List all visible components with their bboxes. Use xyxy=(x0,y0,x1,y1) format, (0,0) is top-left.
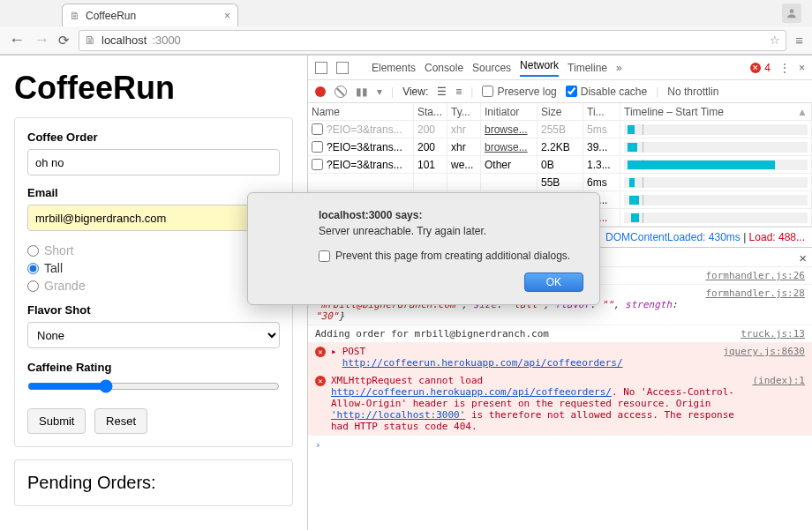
size-tall-radio[interactable]: Tall xyxy=(27,259,280,277)
console-prompt[interactable]: › xyxy=(308,436,812,454)
source-link[interactable]: (index):1 xyxy=(752,375,805,432)
network-row[interactable]: ?EIO=3&trans...200xhrbrowse...255B5ms xyxy=(308,121,812,138)
pending-orders-title: Pending Orders: xyxy=(27,473,280,493)
row-checkbox[interactable] xyxy=(312,123,323,135)
tab-elements[interactable]: Elements xyxy=(372,62,416,74)
page-title: CoffeeRun xyxy=(14,70,293,107)
console-error-line: ✕▸POSThttp://coffeerun.herokuapp.com/api… xyxy=(308,343,812,372)
load-time: Load: 488... xyxy=(749,231,805,243)
network-table-header: Name Sta... Ty... Initiator Size Ti... T… xyxy=(308,103,812,121)
size-short-radio[interactable]: Short xyxy=(27,242,280,259)
console-log-line: Adding order for mrbill@bignerdranch.com… xyxy=(308,325,812,343)
svg-point-0 xyxy=(790,9,794,13)
network-toolbar: ▮▮ ▾ | View: ☰ ≡ | Preserve log Disable … xyxy=(308,80,812,103)
tab-network[interactable]: Network xyxy=(520,59,559,77)
browser-tab[interactable]: 🗎 CoffeeRun × xyxy=(62,4,238,26)
alert-ok-button[interactable]: OK xyxy=(524,272,583,292)
address-bar: ← → ⟳ 🗎 localhost:3000 ☆ ≡ xyxy=(0,26,812,55)
omnibox[interactable]: 🗎 localhost:3000 ☆ xyxy=(79,30,786,51)
row-checkbox[interactable] xyxy=(312,141,323,153)
page-icon: 🗎 xyxy=(70,10,80,22)
back-button[interactable]: ← xyxy=(9,31,25,49)
preserve-log-checkbox[interactable]: Preserve log xyxy=(482,86,556,98)
dock-side-icon[interactable] xyxy=(315,62,327,74)
chrome-menu-icon[interactable]: ≡ xyxy=(795,33,803,48)
flavor-label: Flavor Shot xyxy=(27,303,280,317)
bookmark-star-icon[interactable]: ☆ xyxy=(770,34,780,47)
tab-strip: 🗎 CoffeeRun × xyxy=(0,0,812,26)
email-label: Email xyxy=(27,186,280,199)
large-rows-icon[interactable]: ☰ xyxy=(437,86,447,98)
close-tab-icon[interactable]: × xyxy=(224,10,230,22)
alert-dialog: localhost:3000 says: Server unreachable.… xyxy=(247,192,600,305)
caffeine-label: Caffeine Rating xyxy=(27,361,280,374)
reload-button[interactable]: ⟳ xyxy=(58,33,70,49)
pending-orders-panel: Pending Orders: xyxy=(14,459,293,506)
network-row[interactable]: 55B6ms xyxy=(308,174,812,191)
size-radio-group: Short Tall Grande xyxy=(27,242,280,295)
camera-icon[interactable]: ▮▮ xyxy=(356,86,368,98)
caffeine-slider[interactable] xyxy=(27,379,280,393)
disable-cache-checkbox[interactable]: Disable cache xyxy=(566,86,647,98)
filter-icon[interactable]: ▾ xyxy=(377,86,382,98)
clear-icon[interactable] xyxy=(335,86,347,98)
error-icon: ✕ xyxy=(315,347,326,357)
size-grande-radio[interactable]: Grande xyxy=(27,277,280,295)
devtools-close-icon[interactable]: × xyxy=(799,62,805,74)
url-host: localhost xyxy=(102,34,147,47)
submit-button[interactable]: Submit xyxy=(27,408,86,434)
forward-button[interactable]: → xyxy=(34,31,49,49)
record-icon[interactable] xyxy=(315,86,326,97)
source-link[interactable]: formhandler.js:28 xyxy=(705,287,805,322)
source-link[interactable]: jquery.js:8630 xyxy=(723,346,805,369)
small-rows-icon[interactable]: ≡ xyxy=(455,86,462,98)
coffee-order-input[interactable] xyxy=(27,149,280,175)
devtools-menu-icon[interactable]: ⋮ xyxy=(779,62,790,74)
tab-sources[interactable]: Sources xyxy=(472,62,511,74)
network-row[interactable]: ?EIO=3&trans...200xhrbrowse...2.2KB39... xyxy=(308,138,812,156)
view-label: View: xyxy=(402,86,428,98)
error-badge-icon: ✕ xyxy=(750,63,761,73)
email-input[interactable] xyxy=(27,205,280,231)
prevent-dialogs-checkbox[interactable]: Prevent this page from creating addition… xyxy=(319,250,583,262)
tab-timeline[interactable]: Timeline xyxy=(568,62,607,74)
error-icon: ✕ xyxy=(315,376,326,386)
url-port: :3000 xyxy=(152,34,181,47)
tab-console[interactable]: Console xyxy=(425,62,463,74)
tabs-overflow-icon[interactable]: » xyxy=(616,62,622,74)
drawer-close-icon[interactable]: × xyxy=(799,250,807,265)
throttling-select[interactable]: No throttlin xyxy=(667,86,718,98)
domcontentloaded-time: DOMContentLoaded: 430ms xyxy=(605,231,741,243)
source-link[interactable]: formhandler.js:26 xyxy=(705,270,805,281)
browser-chrome: 🗎 CoffeeRun × ← → ⟳ 🗎 localhost:3000 ☆ ≡ xyxy=(0,0,812,56)
row-checkbox[interactable] xyxy=(312,159,323,170)
source-link[interactable]: truck.js:13 xyxy=(741,328,805,340)
tab-title: CoffeeRun xyxy=(86,10,136,22)
error-counter[interactable]: ✕4 xyxy=(750,62,771,74)
reset-button[interactable]: Reset xyxy=(94,408,147,434)
network-row[interactable]: ?EIO=3&trans...101we...Other0B1.3... xyxy=(308,156,812,174)
device-mode-icon[interactable] xyxy=(336,62,349,74)
flavor-select[interactable]: None xyxy=(27,322,280,348)
alert-origin: localhost:3000 says: xyxy=(319,209,583,221)
profile-avatar[interactable] xyxy=(782,4,801,23)
console-error-line: ✕XMLHttpRequest cannot loadhttp://coffee… xyxy=(308,372,812,436)
site-info-icon: 🗎 xyxy=(85,34,96,47)
devtools-tabstrip: Elements Console Sources Network Timelin… xyxy=(308,56,812,80)
coffee-order-label: Coffee Order xyxy=(27,131,280,144)
alert-message: Server unreachable. Try again later. xyxy=(319,225,583,237)
